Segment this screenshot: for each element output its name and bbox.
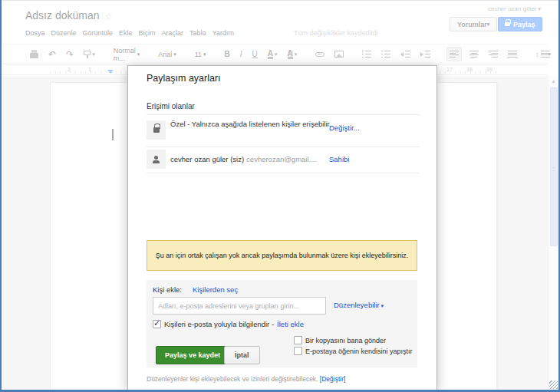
notify-label: Kişileri e-posta yoluyla bilgilendir -	[164, 320, 274, 328]
sharing-dialog: Paylaşım ayarları Erişimi olanlar Özel -…	[127, 65, 437, 390]
owner-role-link[interactable]: Sahibi	[329, 155, 349, 163]
owner-row: cevher ozan güler (siz)cevherozan@gmail.…	[170, 155, 331, 163]
editors-permission-text: Düzenleyenler kişi ekleyebilecek ve izin…	[147, 375, 318, 383]
divider	[147, 114, 420, 115]
window-border-left	[0, 0, 2, 392]
dialog-title: Paylaşım ayarları	[147, 73, 221, 84]
people-input[interactable]	[153, 297, 326, 315]
choose-from-contacts-link[interactable]: Kişilerden seç	[193, 285, 238, 294]
add-message-link[interactable]: İleti ekle	[277, 320, 304, 328]
change-visibility-link[interactable]: Değiştir...	[329, 124, 360, 132]
person-icon	[153, 160, 160, 163]
permission-dropdown[interactable]: Düzenleyebilir	[334, 301, 384, 309]
add-people-label: Kişi ekle:	[153, 285, 182, 294]
browser-window: Adsız doküman ☆ cevher ozan güler Yoruml…	[0, 0, 560, 392]
resize-grip-icon[interactable]	[549, 380, 558, 389]
owner-name: cevher ozan güler (siz)	[170, 155, 244, 163]
notify-checkbox[interactable]	[153, 320, 161, 328]
notify-row: Kişileri e-posta yoluyla bilgilendir - İ…	[153, 320, 304, 328]
no-collaborators-notice: Şu an için ortak çalışan yok ancak payla…	[147, 240, 417, 271]
share-save-button[interactable]: Paylaş ve kaydet	[156, 346, 229, 364]
divider	[147, 173, 420, 173]
lock-icon	[153, 127, 160, 133]
add-people-panel: Kişi ekle: Kişilerden seç Düzenleyebilir…	[147, 280, 417, 367]
paste-item-label: E-postaya öğenin kendisini yapıştır	[305, 348, 413, 355]
visibility-text: Özel - Yalnızca aşağıda listelenen kişil…	[170, 119, 331, 130]
visibility-icon-box	[147, 120, 166, 140]
window-border-top	[0, 0, 560, 1]
email-options: Bir kopyasını bana gönder E-postaya öğen…	[278, 335, 415, 357]
change-editors-permission-link[interactable]: [Değiştir]	[320, 375, 346, 383]
owner-email: cevherozan@gmail....	[246, 155, 317, 163]
owner-icon-box	[147, 150, 166, 169]
paste-item-checkbox[interactable]	[294, 347, 302, 355]
send-copy-label: Bir kopyasını bana gönder	[305, 337, 386, 344]
send-copy-checkbox[interactable]	[294, 336, 302, 344]
cancel-button[interactable]: İptal	[224, 346, 260, 364]
access-heading: Erişimi olanlar	[147, 102, 195, 110]
send-copy-option: Bir kopyasını bana gönder	[278, 335, 415, 346]
dialog-footer: Düzenleyenler kişi ekleyebilecek ve izin…	[147, 375, 345, 383]
divider	[147, 147, 420, 147]
paste-item-option: E-postaya öğenin kendisini yapıştır	[278, 346, 415, 357]
